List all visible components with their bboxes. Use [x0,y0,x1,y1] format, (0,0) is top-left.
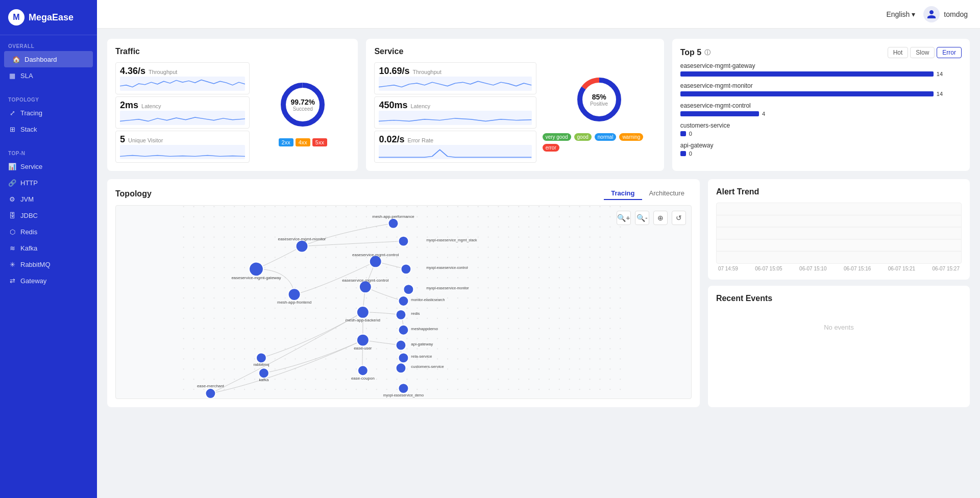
sidebar-item-label: Tracing [20,109,42,117]
sidebar-item-redis[interactable]: ⬡ Redis [0,223,97,240]
latency-label: Latency [141,103,161,109]
service-donut-chart: 85% Positive [574,74,625,125]
top5-bar-1 [680,91,934,96]
top5-bar-wrap-0: 14 [680,71,962,77]
legend-good: good [574,133,592,141]
legend-warning: warning [619,133,643,141]
svg-point-29 [396,310,406,320]
svg-point-27 [357,334,369,346]
user-menu[interactable]: tomdog [923,6,968,22]
service-donut: 85% Positive very good good normal warni… [543,62,656,163]
svc-throughput-metric: 10.69/s Throughput [374,62,536,94]
tab-architecture[interactable]: Architecture [642,187,692,200]
home-icon: 🏠 [12,55,20,63]
sidebar-item-jvm[interactable]: ⚙ JVM [0,191,97,207]
sidebar-item-jdbc[interactable]: 🗄 JDBC [0,207,97,223]
svg-text:redis: redis [411,311,420,316]
svg-point-19 [401,264,411,274]
sidebar-item-label: Kafka [20,244,37,252]
top5-count-1: 14 [937,91,943,97]
svg-text:api-gateway: api-gateway [411,342,433,346]
topology-svg: easeservice-mgmt-gateway mesh-app-fronte… [116,206,691,399]
x-label-5: 06-07 15:27 [933,266,960,271]
svg-text:ease-coupon: ease-coupon [351,376,375,381]
barchart-icon: 📊 [8,162,16,170]
top5-item-1: easeservice-mgmt-monitor 14 [680,82,962,97]
svg-point-45 [205,388,215,399]
svg-point-15 [398,236,408,246]
zoom-in-button[interactable]: 🔍+ [617,211,631,225]
svg-point-35 [396,340,406,351]
svg-point-21 [403,284,413,294]
top5-bar-0 [680,71,934,77]
svc-latency-metric: 450ms Latency [374,96,536,129]
svc-throughput-label: Throughput [412,69,441,75]
topology-card: Topology Tracing Architecture 🔍+ 🔍- [107,179,700,407]
fit-button[interactable]: ⊕ [653,211,668,225]
top5-title: Top 5 ⓘ [680,48,710,57]
svc-donut-sub: Positive [590,101,608,106]
top5-name-0: easeservice-mgmt-gateway [680,62,962,69]
info-icon: ⓘ [704,48,710,57]
svc-error-chart [379,145,531,159]
fit-icon: ⊕ [657,214,664,222]
zoom-out-button[interactable]: 🔍- [635,211,649,225]
latency-chart [120,111,245,125]
throughput-value: 4.36/s [120,66,145,77]
svg-point-41 [256,353,266,363]
sidebar-item-http[interactable]: 🔗 HTTP [0,175,97,191]
tab-slow[interactable]: Slow [910,47,935,58]
svg-text:rela-service: rela-service [411,354,432,359]
donut-label: 99.72% Succeed [291,97,315,111]
tab-hot[interactable]: Hot [888,47,909,58]
top5-list: easeservice-mgmt-gateway 14 easeservice-… [680,62,962,157]
top5-item-0: easeservice-mgmt-gateway 14 [680,62,962,77]
svg-point-49 [398,383,408,393]
sidebar-item-kafka[interactable]: ≋ Kafka [0,240,97,256]
sidebar-item-label: SLA [20,72,33,80]
alert-trend-card: Alert Trend 07 14:59 06-07 15:05 06-07 1… [708,179,970,280]
svg-text:myopl-easeservice_mgmt_stack: myopl-easeservice_mgmt_stack [426,238,477,242]
sidebar-item-sla[interactable]: ▦ SLA [0,67,97,84]
sidebar-item-dashboard[interactable]: 🏠 Dashboard [4,51,93,67]
sidebar-item-label: Stack [20,126,37,133]
refresh-button[interactable]: ↺ [672,211,686,225]
topology-header: Topology Tracing Architecture [115,187,692,200]
svc-latency-value: 450ms [379,100,407,111]
top5-bar-3 [680,131,686,136]
sidebar-item-tracing[interactable]: ⤢ Tracing [0,105,97,121]
sidebar-item-rabbitmq[interactable]: ✳ RabbitMQ [0,256,97,272]
svg-text:easeservice-mgmt-control: easeservice-mgmt-control [352,253,399,257]
svg-point-43 [259,368,269,378]
stack-icon: ⊞ [8,125,16,133]
rabbitmq-icon: ✳ [8,260,16,268]
sidebar-item-gateway[interactable]: ⇄ Gateway [0,272,97,289]
sidebar-item-service[interactable]: 📊 Service [0,158,97,175]
service-title: Service [374,47,655,56]
svc-error-value: 0.02/s [379,134,404,145]
latency-metric: 2ms Latency [115,96,250,129]
visitor-chart [120,145,245,159]
tab-error[interactable]: Error [937,47,962,58]
traffic-donut: 99.72% Succeed 2xx 4xx 5xx [256,62,350,163]
svg-point-7 [249,262,263,276]
top5-bar-4 [680,151,686,156]
svc-throughput-value: 10.69/s [379,66,409,77]
table-icon: ▦ [8,71,16,80]
language-selector[interactable]: English ▾ [886,10,915,18]
svg-point-13 [388,218,399,229]
top5-count-2: 4 [762,111,765,117]
svc-error-label: Error Rate [407,137,433,143]
top5-bar-wrap-3: 0 [680,131,962,137]
throughput-chart [120,77,245,91]
sidebar-section-overall: OVERALL 🏠 Dashboard ▦ SLA [0,35,97,89]
tab-tracing[interactable]: Tracing [604,187,642,200]
x-label-2: 06-07 15:10 [799,266,826,271]
legend-normal: normal [595,133,617,141]
sidebar-item-stack[interactable]: ⊞ Stack [0,121,97,137]
jvm-icon: ⚙ [8,195,16,203]
top5-item-3: customers-service 0 [680,122,962,137]
service-legend: very good good normal warning error [543,133,656,152]
traffic-title: Traffic [115,47,350,56]
zoom-in-icon: 🔍+ [617,214,630,222]
